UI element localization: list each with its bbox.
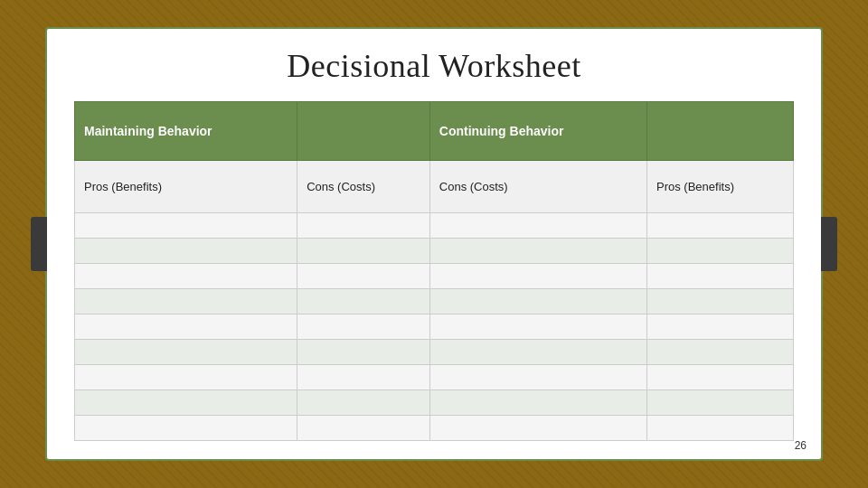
- header-cell-maintaining: Maintaining Behavior: [75, 102, 297, 161]
- table-row: [75, 390, 794, 416]
- table-row: [75, 340, 794, 365]
- worksheet-table: Maintaining Behavior Continuing Behavior…: [74, 101, 794, 441]
- table-row: [75, 213, 794, 239]
- subheader-cons-maintaining: Cons (Costs): [297, 160, 430, 212]
- slide-title: Decisional Worksheet: [287, 47, 580, 85]
- table-row: [75, 264, 794, 289]
- header-cell-empty1: [297, 102, 430, 161]
- subheader-cons-continuing: Cons (Costs): [429, 160, 646, 212]
- table-subheader-row: Pros (Benefits) Cons (Costs) Cons (Costs…: [75, 160, 794, 212]
- subheader-pros-maintaining: Pros (Benefits): [75, 160, 297, 212]
- table-header-row: Maintaining Behavior Continuing Behavior: [75, 102, 794, 161]
- table-row: [75, 289, 794, 314]
- slide: Decisional Worksheet Maintaining Behavio…: [45, 27, 823, 461]
- side-tab-right: [821, 217, 837, 271]
- header-cell-empty2: [647, 102, 794, 161]
- subheader-pros-continuing: Pros (Benefits): [647, 160, 794, 212]
- table-row: [75, 416, 794, 441]
- side-tab-left: [31, 217, 47, 271]
- table-row: [75, 365, 794, 390]
- table-row: [75, 314, 794, 340]
- header-cell-continuing: Continuing Behavior: [429, 102, 646, 161]
- page-number: 26: [795, 439, 807, 452]
- table-row: [75, 239, 794, 264]
